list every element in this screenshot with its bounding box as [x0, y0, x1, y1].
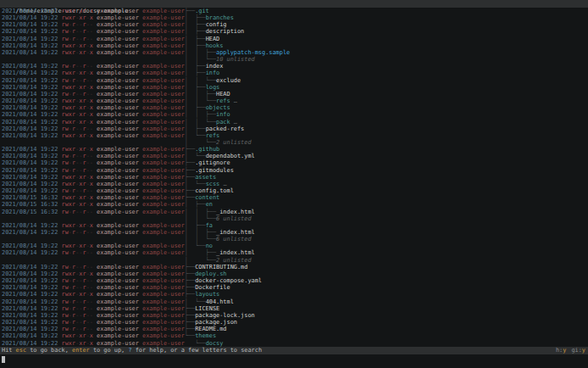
- file-name[interactable]: package.json: [195, 319, 237, 326]
- file-meta: 2021/08/14 19:22 rwxr-xr-x example-user …: [2, 340, 185, 347]
- tree-row[interactable]: 2021/08/14 19:22 rw-r--r-- example-user …: [2, 312, 588, 319]
- tree-row[interactable]: 2021/08/14 19:22 rw-r--r-- example-user …: [2, 284, 588, 291]
- permissions: rw-r--r--: [62, 298, 93, 305]
- tree-row[interactable]: 2021/08/14 19:22 rwxr-xr-x example-user …: [2, 270, 588, 277]
- file-name[interactable]: .gitignore: [195, 159, 230, 166]
- tree-row[interactable]: 2021/08/14 19:22 rw-r--r-- example-user …: [2, 36, 588, 42]
- file-name[interactable]: LICENSE: [195, 305, 219, 312]
- file-name[interactable]: info: [206, 70, 220, 76]
- owner-name: example-user: [97, 229, 139, 236]
- file-name[interactable]: docker-compose.yaml: [195, 277, 262, 284]
- tree-row[interactable]: 2021/08/14 19:22 rwxr-xr-x example-user …: [2, 98, 588, 104]
- tree-row[interactable]: 2021/08/14 19:22 rw-r--r-- example-user …: [2, 277, 588, 284]
- tree-row[interactable]: 2021/08/14 19:22 rw-r--r-- example-user …: [2, 77, 588, 84]
- tree-row[interactable]: │ │ └──10 unlisted: [2, 56, 588, 63]
- tree-row[interactable]: 2021/08/14 19:22 rw-r--r-- example-user …: [2, 229, 588, 236]
- file-name[interactable]: applypatch-msg.sample: [216, 49, 290, 56]
- permissions: rwxr-xr-x: [62, 49, 93, 56]
- tree-row[interactable]: 2021/08/14 19:22 rwxr-xr-x example-user …: [2, 146, 588, 153]
- tree-row[interactable]: 2021/08/14 19:22 rwxr-xr-x example-user …: [2, 222, 588, 229]
- tree-row[interactable]: 2021/08/14 19:22 rwxr-xr-x example-user …: [2, 8, 588, 14]
- file-name[interactable]: en: [206, 201, 213, 208]
- file-name[interactable]: branches: [206, 14, 234, 21]
- file-name[interactable]: logs: [206, 84, 220, 91]
- tree-row[interactable]: 2021/08/14 19:22 rwxr-xr-x example-user …: [2, 111, 588, 118]
- tree-row[interactable]: 2021/08/14 19:22 rw-r--r-- example-user …: [2, 326, 588, 332]
- tree-row[interactable]: 2021/08/14 19:22 rw-r--r-- example-user …: [2, 91, 588, 98]
- tree-row[interactable]: │ │ └──6 unlisted: [2, 236, 588, 243]
- file-name[interactable]: config.toml: [195, 187, 234, 194]
- tree-row[interactable]: 2021/08/14 19:22 rw-r--r-- example-user …: [2, 63, 588, 70]
- tree-row[interactable]: │ └──2 unlisted: [2, 257, 588, 264]
- tree-row[interactable]: 2021/08/14 19:22 rwxr-xr-x example-user …: [2, 243, 588, 249]
- file-name[interactable]: objects: [206, 104, 230, 111]
- tree-branch-lines: ├──: [185, 187, 195, 194]
- tree-row[interactable]: 2021/08/14 19:22 rw-r--r-- example-user …: [2, 264, 588, 270]
- tree-row[interactable]: 2021/08/15 16:32 rwxr-xr-x example-user …: [2, 201, 588, 208]
- tree-row[interactable]: 2021/08/14 19:22 rw-r--r-- example-user …: [2, 249, 588, 256]
- file-name[interactable]: HEAD: [216, 91, 230, 98]
- file-name[interactable]: deploy.sh: [195, 270, 226, 277]
- status-text: Hit: [2, 347, 16, 354]
- file-name[interactable]: refs: [216, 98, 230, 104]
- tree-row[interactable]: 2021/08/14 19:22 rw-r--r-- example-user …: [2, 21, 588, 28]
- tree-row[interactable]: 2021/08/15 16:32 rw-r--r-- example-user …: [2, 209, 588, 215]
- permissions: rwxr-xr-x: [62, 111, 93, 118]
- owner-name: example-user: [97, 28, 139, 35]
- group-name: example-user: [142, 319, 185, 326]
- file-name[interactable]: scss: [206, 181, 220, 187]
- file-name[interactable]: layouts: [195, 291, 219, 298]
- file-name[interactable]: .gitmodules: [195, 167, 234, 174]
- file-name[interactable]: .github: [195, 146, 219, 153]
- file-name[interactable]: pack: [216, 119, 230, 125]
- tree-row[interactable]: 2021/08/14 19:22 rw-r--r-- example-user …: [2, 159, 588, 166]
- tree-branch-lines: │ ├──: [185, 42, 206, 49]
- tree-row[interactable]: 2021/08/14 19:22 rwxr-xr-x example-user …: [2, 49, 588, 56]
- tree-row[interactable]: │ │ └──6 unlisted: [2, 215, 588, 222]
- tree-row[interactable]: 2021/08/14 19:22 rwxr-xr-x example-user …: [2, 332, 588, 339]
- file-name[interactable]: _index.html: [216, 229, 255, 236]
- file-name[interactable]: hooks: [206, 42, 224, 49]
- file-name[interactable]: README.md: [195, 326, 226, 332]
- tree-row[interactable]: 2021/08/14 19:22 rwxr-xr-x example-user …: [2, 291, 588, 298]
- file-name[interactable]: exclude: [216, 77, 241, 84]
- file-name[interactable]: themes: [195, 332, 216, 339]
- tree-row[interactable]: │ └──2 unlisted: [2, 139, 588, 146]
- tree-row[interactable]: 2021/08/14 19:22 rw-r--r-- example-user …: [2, 187, 588, 194]
- tree-row[interactable]: 2021/08/14 19:22 rwxr-xr-x example-user …: [2, 132, 588, 139]
- file-name[interactable]: .git: [195, 8, 209, 14]
- file-name[interactable]: CONTRIBUTING.md: [195, 264, 247, 270]
- tree-row[interactable]: 2021/08/14 19:22 rwxr-xr-x example-user …: [2, 340, 588, 347]
- file-name[interactable]: packed-refs: [206, 125, 245, 132]
- tree-row[interactable]: 2021/08/14 19:22 rw-r--r-- example-user …: [2, 298, 588, 305]
- tree-row[interactable]: 2021/08/14 19:22 rw-r--r-- example-user …: [2, 319, 588, 326]
- group-name: example-user: [142, 28, 185, 35]
- file-name[interactable]: fa: [206, 222, 213, 229]
- tree-row[interactable]: 2021/08/14 19:22 rwxr-xr-x example-user …: [2, 104, 588, 111]
- tree-row[interactable]: 2021/08/14 19:22 rwxr-xr-x example-user …: [2, 119, 588, 125]
- permissions: rw-r--r--: [62, 209, 93, 215]
- tree-row[interactable]: 2021/08/14 19:22 rw-r--r-- example-user …: [2, 28, 588, 35]
- search-input-line[interactable]: [0, 354, 588, 368]
- tree-row[interactable]: 2021/08/14 19:22 rw-r--r-- example-user …: [2, 305, 588, 312]
- file-name[interactable]: description: [206, 28, 245, 35]
- tree-row[interactable]: 2021/08/14 19:22 rwxr-xr-x example-user …: [2, 14, 588, 21]
- tree-row[interactable]: 2021/08/14 19:22 rwxr-xr-x example-user …: [2, 70, 588, 76]
- file-name[interactable]: info: [216, 111, 230, 118]
- file-name[interactable]: refs: [206, 132, 220, 139]
- file-name[interactable]: package-lock.json: [195, 312, 255, 319]
- file-name[interactable]: docsy: [206, 340, 224, 347]
- file-name[interactable]: assets: [195, 174, 216, 181]
- tree-row[interactable]: 2021/08/14 19:22 rwxr-xr-x example-user …: [2, 42, 588, 49]
- tree-row[interactable]: 2021/08/14 19:22 rwxr-xr-x example-user …: [2, 174, 588, 181]
- tree-row[interactable]: 2021/08/14 19:22 rw-r--r-- example-user …: [2, 153, 588, 159]
- file-name[interactable]: _index.html: [216, 249, 255, 256]
- file-name[interactable]: 404.html: [206, 298, 234, 305]
- tree-row[interactable]: 2021/08/14 19:22 rw-r--r-- example-user …: [2, 167, 588, 174]
- tree-row[interactable]: 2021/08/14 19:22 rwxr-xr-x example-user …: [2, 84, 588, 91]
- tree-row[interactable]: 2021/08/14 19:22 rw-r--r-- example-user …: [2, 125, 588, 132]
- file-name[interactable]: HEAD: [206, 36, 220, 42]
- tree-row[interactable]: 2021/08/14 19:22 rwxr-xr-x example-user …: [2, 181, 588, 187]
- file-name[interactable]: _index.html: [216, 209, 255, 215]
- tree-row[interactable]: 2021/08/15 16:32 rwxr-xr-x example-user …: [2, 194, 588, 201]
